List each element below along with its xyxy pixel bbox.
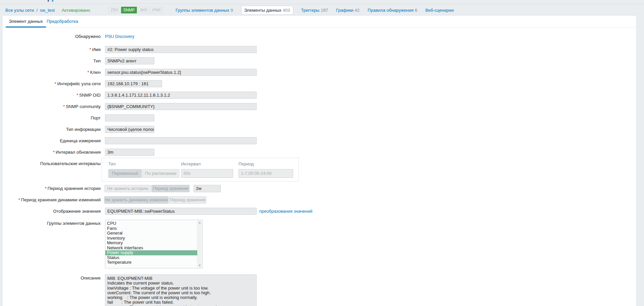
- snmp-oid-label: *SNMP OID: [0, 93, 101, 98]
- custom-period-input[interactable]: 1-7,00:00-24:00: [238, 169, 293, 178]
- value-map-input[interactable]: EQUIPMENT-MIB::swPowerStatus: [105, 208, 257, 215]
- nav-item-items-count: 403: [283, 8, 290, 13]
- name-input[interactable]: #2: Power supply status: [105, 46, 257, 53]
- zbx-badge: ZBX: [109, 7, 120, 13]
- listbox-option-selected[interactable]: Power supply: [105, 250, 197, 255]
- ipmi-badge: IPMI: [150, 7, 163, 13]
- host-interface-label: *Интерфейс узла сети: [0, 81, 101, 86]
- listbox-option[interactable]: General: [105, 231, 197, 236]
- nav-item-applications-count: 9: [231, 8, 233, 13]
- custom-intervals-col-interval: Интервал: [181, 161, 201, 166]
- nav-item-items-label[interactable]: Элементы данных: [244, 8, 281, 13]
- host-nav-menu: Группы элементов данных9 Элементы данных…: [168, 6, 454, 15]
- info-type-select[interactable]: Числовой (целое положительное): [105, 126, 154, 133]
- tab-preprocessing[interactable]: Предобработка: [44, 16, 81, 28]
- interval-type-flexible-button[interactable]: Переменный: [108, 169, 142, 178]
- custom-intervals-fieldset: Тип Интервал Период Переменный По распис…: [102, 158, 299, 182]
- nav-item-discovery-rules[interactable]: Правила обнаружения6: [368, 8, 417, 13]
- scroll-up-icon[interactable]: ▲: [198, 220, 202, 225]
- top-divider: [0, 4, 644, 4]
- interval-type-scheduling-button[interactable]: По расписанию: [142, 169, 179, 178]
- name-label: *Имя: [0, 47, 101, 52]
- nav-item-graphs-label[interactable]: Графики: [336, 8, 354, 13]
- description-label: Описание: [0, 275, 101, 280]
- listbox-option[interactable]: Temperature: [105, 260, 197, 265]
- jmx-badge: JMX: [138, 7, 150, 13]
- host-status-label: Активировано: [62, 8, 90, 13]
- nav-item-applications-label[interactable]: Группы элементов данных: [176, 8, 229, 13]
- listbox-option[interactable]: CPU: [105, 221, 197, 226]
- custom-intervals-label: Пользовательские интервалы: [0, 161, 101, 166]
- value-map-label: Отображение значения: [0, 209, 101, 214]
- tab-item[interactable]: Элемент данных: [6, 16, 46, 28]
- units-label: Единица измерения: [0, 138, 101, 143]
- trends-do-not-keep-button[interactable]: Не хранить динамику изменений: [104, 196, 168, 204]
- clipped-title-fragment: [48, 0, 49, 2]
- history-storage-period-button[interactable]: Период хранения: [152, 185, 190, 192]
- zabbix-item-config-page: { "colors": { "link_blue": "#0275b8", "e…: [0, 0, 644, 306]
- nav-item-triggers-count: 197: [321, 8, 328, 13]
- applications-listbox[interactable]: CPU Fans General Inventory Memory Networ…: [105, 220, 203, 268]
- snmp-badge: SNMP: [121, 7, 137, 13]
- nav-item-discovery-rules-label[interactable]: Правила обнаружения: [368, 8, 414, 13]
- description-textarea[interactable]: MIB: EQUIPMENT-MIB Indicates the current…: [105, 274, 257, 306]
- breadcrumb: Все узлы сети / sw_test Активировано ZBX…: [5, 5, 454, 15]
- interface-availability-badges: ZBX SNMP JMX IPMI: [109, 7, 163, 13]
- breadcrumb-host-link[interactable]: sw_test: [40, 8, 55, 13]
- clipped-title-fragment: [52, 0, 53, 2]
- snmp-oid-input[interactable]: 1.3.6.1.4.1.171.12.11.1.6.1.3.1.2: [105, 92, 257, 99]
- custom-interval-input[interactable]: 50s: [181, 169, 233, 178]
- breadcrumb-separator: /: [36, 8, 38, 13]
- host-interface-select[interactable]: 192.168.10.179 : 161: [105, 80, 162, 87]
- discovered-label: Обнаружено: [0, 34, 101, 39]
- custom-intervals-col-period: Период: [238, 161, 254, 166]
- trends-storage-period-button[interactable]: Период хранения: [169, 196, 206, 204]
- breadcrumb-all-hosts-link[interactable]: Все узлы сети: [5, 8, 34, 13]
- listbox-option[interactable]: Status: [105, 255, 197, 260]
- update-interval-label: *Интервал обновления: [0, 150, 101, 155]
- listbox-option[interactable]: Network interfaces: [105, 246, 197, 251]
- trends-label: *Период хранения динамики изменений: [0, 197, 101, 202]
- port-label: Порт: [0, 115, 101, 120]
- port-input[interactable]: [105, 114, 154, 121]
- custom-intervals-col-type: Тип: [108, 161, 116, 166]
- nav-item-triggers-label[interactable]: Триггеры: [301, 8, 320, 13]
- nav-item-graphs[interactable]: Графики42: [336, 8, 360, 13]
- key-label: *Ключ: [0, 70, 101, 75]
- applications-options: CPU Fans General Inventory Memory Networ…: [105, 220, 202, 265]
- item-form-card: Элемент данных Предобработка Обнаружено …: [3, 16, 636, 306]
- applications-label: Группы элементов данных: [0, 221, 101, 226]
- nav-item-triggers[interactable]: Триггеры197: [301, 8, 328, 13]
- history-label: *Период хранения истории: [0, 186, 101, 191]
- type-select[interactable]: SNMPv2 агент: [105, 57, 154, 64]
- listbox-option[interactable]: Fans: [105, 226, 197, 231]
- snmp-community-input[interactable]: {$SNMP_COMMUNITY}: [105, 103, 257, 110]
- nav-item-discovery-rules-count: 6: [415, 8, 417, 13]
- listbox-option[interactable]: Memory: [105, 241, 197, 246]
- form-tabbar: Элемент данных Предобработка: [3, 16, 636, 28]
- nav-item-graphs-count: 42: [355, 8, 360, 13]
- listbox-scrollbar[interactable]: ▲ ▼: [197, 220, 202, 268]
- listbox-option[interactable]: Inventory: [105, 236, 197, 241]
- value-mappings-link[interactable]: преобразования значений: [259, 209, 312, 214]
- info-type-label: Тип информации: [0, 127, 101, 132]
- history-do-not-keep-button[interactable]: Не хранить историю: [104, 185, 151, 192]
- discovered-by-link[interactable]: PSU Discovery: [105, 34, 134, 39]
- history-period-input[interactable]: 2w: [194, 185, 221, 192]
- key-input[interactable]: sensor.psu.status[swPowerStatus.1.2]: [105, 69, 257, 76]
- nav-item-applications[interactable]: Группы элементов данных9: [176, 8, 233, 13]
- units-input[interactable]: [105, 137, 257, 144]
- scroll-down-icon[interactable]: ▼: [198, 263, 202, 268]
- snmp-community-label: *SNMP community: [0, 104, 101, 109]
- nav-item-web-scenarios[interactable]: Веб-сценарии: [425, 8, 454, 13]
- nav-item-web-scenarios-label[interactable]: Веб-сценарии: [425, 8, 454, 13]
- type-label: Тип: [0, 58, 101, 63]
- nav-item-items[interactable]: Элементы данных403: [241, 6, 293, 15]
- update-interval-input[interactable]: 3m: [105, 149, 154, 156]
